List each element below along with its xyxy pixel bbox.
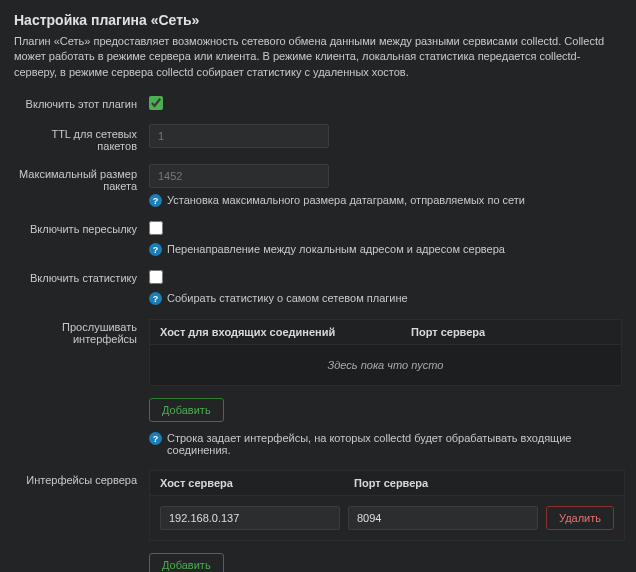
page-description: Плагин «Сеть» предоставляет возможность … <box>14 34 622 80</box>
enable-plugin-checkbox[interactable] <box>149 96 163 110</box>
server-port-input[interactable] <box>348 506 538 530</box>
ttl-input[interactable] <box>149 124 329 148</box>
server-host-input[interactable] <box>160 506 340 530</box>
forward-checkbox[interactable] <box>149 221 163 235</box>
maxsize-hint: Установка максимального размера датаграм… <box>167 194 525 206</box>
listen-hint: Строка задает интерфейсы, на которых col… <box>167 432 622 456</box>
info-icon: ? <box>149 194 162 207</box>
server-row: Удалить <box>149 495 625 541</box>
ttl-label: TTL для сетевых пакетов <box>14 124 149 152</box>
enable-plugin-label: Включить этот плагин <box>14 94 149 110</box>
info-icon: ? <box>149 243 162 256</box>
info-icon: ? <box>149 292 162 305</box>
listen-empty: Здесь пока что пусто <box>150 345 621 385</box>
server-add-button[interactable]: Добавить <box>149 553 224 572</box>
server-col-host: Хост сервера <box>160 477 354 489</box>
listen-col-port: Порт сервера <box>411 326 611 338</box>
info-icon: ? <box>149 432 162 445</box>
server-label: Интерфейсы сервера <box>14 470 149 486</box>
listen-table: Хост для входящих соединений Порт сервер… <box>149 319 622 386</box>
stats-checkbox[interactable] <box>149 270 163 284</box>
maxsize-label: Максимальный размер пакета <box>14 164 149 192</box>
forward-hint: Перенаправление между локальным адресом … <box>167 243 505 255</box>
forward-label: Включить пересылку <box>14 219 149 235</box>
listen-col-host: Хост для входящих соединений <box>160 326 411 338</box>
server-col-port: Порт сервера <box>354 477 614 489</box>
page-title: Настройка плагина «Сеть» <box>14 12 622 28</box>
listen-label: Прослушивать интерфейсы <box>14 317 149 345</box>
maxsize-input[interactable] <box>149 164 329 188</box>
stats-hint: Собирать статистику о самом сетевом плаг… <box>167 292 408 304</box>
stats-label: Включить статистику <box>14 268 149 284</box>
server-delete-button[interactable]: Удалить <box>546 506 614 530</box>
listen-add-button[interactable]: Добавить <box>149 398 224 422</box>
